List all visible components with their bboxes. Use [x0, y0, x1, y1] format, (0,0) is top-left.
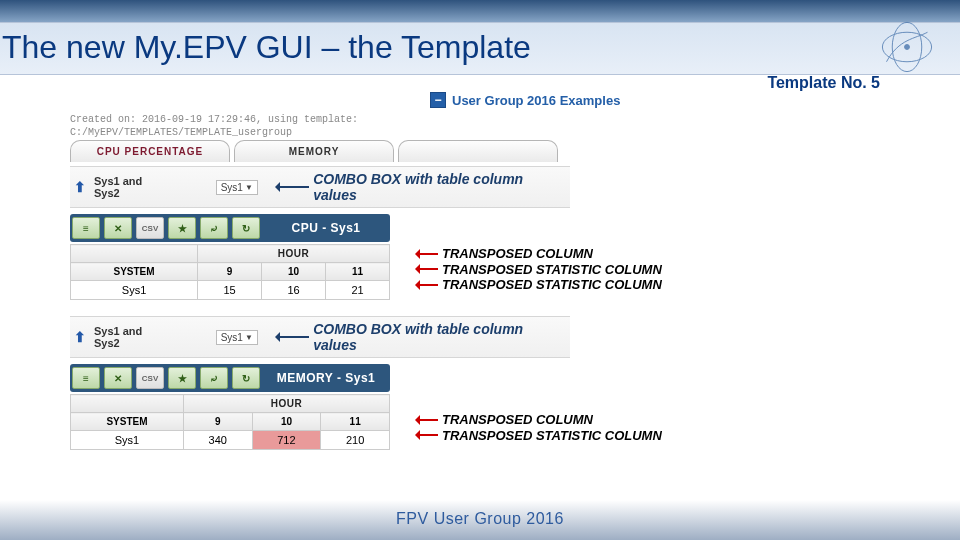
group-header-row: − User Group 2016 Examples	[70, 92, 890, 108]
system-header: SYSTEM	[71, 413, 184, 431]
chart-icon[interactable]: ✕	[104, 367, 132, 389]
refresh1-icon[interactable]: ⤾	[200, 217, 228, 239]
hour-header: HOUR	[198, 245, 390, 263]
toolbar-cpu-title: CPU - Sys1	[262, 221, 390, 235]
menu-icon[interactable]: ≡	[72, 217, 100, 239]
cpu-val-9: 15	[198, 281, 262, 300]
memory-table: HOUR SYSTEM 9 10 11 Sys1 340 712 210	[70, 394, 390, 450]
chevron-down-icon: ▼	[245, 183, 253, 192]
section-label-1: Sys1 and Sys2	[94, 175, 170, 199]
title-bar: The new My.EPV GUI – the Template	[0, 22, 960, 75]
toolbar-cpu: ≡ ✕ CSV ★ ⤾ ↻ CPU - Sys1	[70, 214, 390, 242]
system-combo-2[interactable]: Sys1 ▼	[216, 330, 258, 345]
arrow-left-red-icon	[410, 265, 438, 273]
move-up-icon[interactable]: ⬆	[74, 329, 86, 345]
hour-col-9: 9	[183, 413, 252, 431]
toolbar-memory-title: MEMORY - Sys1	[262, 371, 390, 385]
created-on-line1: Created on: 2016-09-19 17:29:46, using t…	[70, 114, 890, 125]
hour-col-10: 10	[252, 413, 321, 431]
hour-col-11: 11	[326, 263, 390, 281]
hour-header: HOUR	[183, 395, 389, 413]
csv-export-button[interactable]: CSV	[136, 367, 164, 389]
system-header: SYSTEM	[71, 263, 198, 281]
page-title: The new My.EPV GUI – the Template	[2, 29, 950, 66]
star-icon[interactable]: ★	[168, 217, 196, 239]
arrow-left-red-icon	[410, 281, 438, 289]
refresh2-icon[interactable]: ↻	[232, 367, 260, 389]
arrow-left-red-icon	[410, 431, 438, 439]
created-on-line2: C:/MyEPV/TEMPLATES/TEMPLATE_usergroup	[70, 127, 890, 138]
mem-val-11: 210	[321, 431, 390, 450]
annotation-combo-2: COMBO BOX with table column values	[270, 321, 566, 353]
refresh2-icon[interactable]: ↻	[232, 217, 260, 239]
template-number-label: Template No. 5	[767, 74, 880, 92]
tab-bar: CPU PERCENTAGE MEMORY	[70, 140, 890, 162]
cpu-val-10: 16	[262, 281, 326, 300]
mem-val-10: 712	[252, 431, 321, 450]
section-label-2: Sys1 and Sys2	[94, 325, 170, 349]
footer-text: FPV User Group 2016	[0, 510, 960, 528]
annotation-combo-1: COMBO BOX with table column values	[270, 171, 566, 203]
move-up-icon[interactable]: ⬆	[74, 179, 86, 195]
brand-logo	[866, 14, 948, 80]
refresh1-icon[interactable]: ⤾	[200, 367, 228, 389]
tab-cpu-percentage[interactable]: CPU PERCENTAGE	[70, 140, 230, 162]
annotation-block-2: TRANSPOSED COLUMN TRANSPOSED STATISTIC C…	[410, 412, 662, 443]
chevron-down-icon: ▼	[245, 333, 253, 342]
content-area: − User Group 2016 Examples Created on: 2…	[70, 92, 890, 450]
tab-memory[interactable]: MEMORY	[234, 140, 394, 162]
group-header-title: User Group 2016 Examples	[452, 93, 620, 108]
hour-col-11: 11	[321, 413, 390, 431]
arrow-left-blue-icon	[270, 333, 309, 341]
combo-value: Sys1	[221, 332, 243, 343]
csv-export-button[interactable]: CSV	[136, 217, 164, 239]
hour-col-10: 10	[262, 263, 326, 281]
combo-value: Sys1	[221, 182, 243, 193]
svg-point-2	[905, 45, 910, 50]
cpu-val-11: 21	[326, 281, 390, 300]
row-sys1: Sys1	[71, 431, 184, 450]
arrow-left-blue-icon	[270, 183, 309, 191]
tab-empty[interactable]	[398, 140, 558, 162]
cpu-table: HOUR SYSTEM 9 10 11 Sys1 15 16 21	[70, 244, 390, 300]
hour-col-9: 9	[198, 263, 262, 281]
annotation-block-1: TRANSPOSED COLUMN TRANSPOSED STATISTIC C…	[410, 246, 662, 293]
system-combo-1[interactable]: Sys1 ▼	[216, 180, 258, 195]
collapse-icon[interactable]: −	[430, 92, 446, 108]
section-header-1: ⬆ Sys1 and Sys2 Sys1 ▼ COMBO BOX with ta…	[70, 166, 570, 208]
star-icon[interactable]: ★	[168, 367, 196, 389]
arrow-left-red-icon	[410, 250, 438, 258]
row-sys1: Sys1	[71, 281, 198, 300]
arrow-left-red-icon	[410, 416, 438, 424]
toolbar-memory: ≡ ✕ CSV ★ ⤾ ↻ MEMORY - Sys1	[70, 364, 390, 392]
chart-icon[interactable]: ✕	[104, 217, 132, 239]
menu-icon[interactable]: ≡	[72, 367, 100, 389]
section-header-2: ⬆ Sys1 and Sys2 Sys1 ▼ COMBO BOX with ta…	[70, 316, 570, 358]
mem-val-9: 340	[183, 431, 252, 450]
